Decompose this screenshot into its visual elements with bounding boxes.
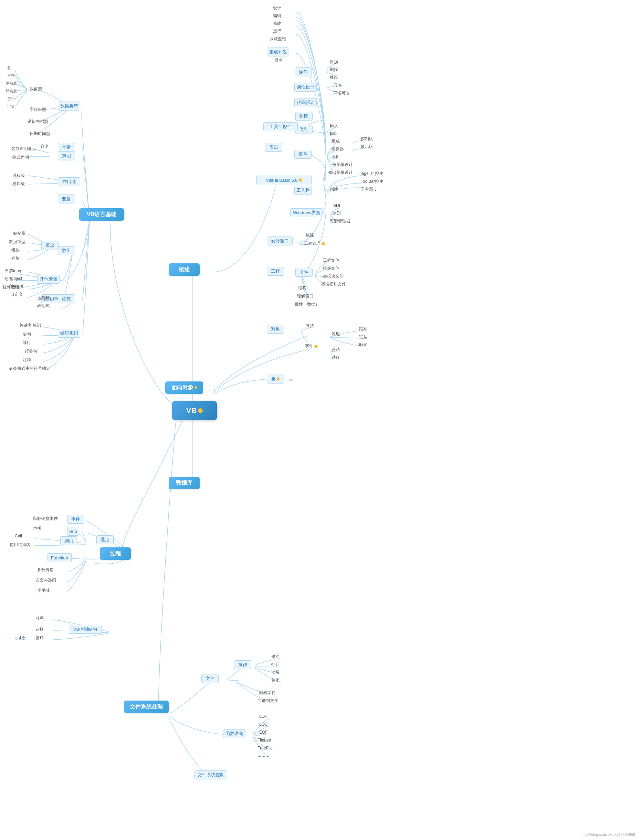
yunxing-node: 运行 [270, 28, 284, 35]
wenjian-xitong-node: 文件系统处理 [124, 701, 169, 713]
shuchu-node: 输出 [327, 130, 341, 137]
zijie-node: 字节 [5, 103, 17, 110]
wenjian-xitong-label: 文件系统处理 [130, 703, 163, 710]
jianli-node: 建立 [269, 653, 282, 660]
freefile-node: FreeFile [255, 745, 276, 751]
connector-lines [0, 0, 642, 840]
yunsuanfu-node: 运算符 [34, 294, 52, 302]
canshu-chuandi-node: 参数传递 [34, 566, 57, 574]
cun-fang-node: 存放 [9, 255, 23, 262]
chufa-node: 触发 [356, 341, 370, 349]
zifuchuan-lei-node: 字符串型 [27, 106, 49, 113]
gongcheng-wenjian-node: 工程文件 [320, 257, 342, 264]
zuoyong-yu2-node: 作用域 [34, 587, 52, 594]
gaishu-label: 概述 [179, 266, 190, 273]
bianma-guize-node: 编码规则 [58, 329, 80, 338]
erjinzhi-wenjian-node: 二进制文件 [255, 697, 281, 704]
diaoyong-node: 调用 [60, 536, 78, 545]
gongju-lan-node: 工具栏 [294, 186, 311, 195]
wenjian-xitong-kongzhi-node: 文件系统控制 [195, 770, 227, 779]
gongcheng-node: 工程 [267, 267, 284, 276]
chuangkou-node: 窗口 [265, 143, 282, 152]
tiaoshi-node: 调试查错 [267, 36, 289, 43]
zuoyong-yu-node: 作用域 [58, 177, 80, 186]
shiyong-guochengming-node: 使用过程名 [7, 541, 33, 548]
guocheng-label: 过程 [110, 550, 121, 557]
jianpan-node: 键盘 [356, 333, 370, 341]
shuxing-shuju-node: 属性（数据） [292, 301, 322, 308]
filelen-node: FileLen [255, 737, 274, 743]
shijian-g-node: 事件 [67, 515, 84, 524]
xialacaidian-node: 下拉菜单设计 [325, 161, 356, 169]
visual-basic-label: Visual Basic 6.0 [266, 178, 297, 183]
xianshiqu-node: 显示区 [358, 143, 376, 151]
huobi-node: 货币 [5, 96, 17, 102]
mdi-node: MDI [331, 210, 344, 216]
huitu-node: 绘图 [295, 112, 313, 121]
riqi-lei-node: 日期时间型 [27, 130, 53, 137]
variant-type-node: Variant [8, 283, 26, 289]
chang-zheng-node: 长整 [5, 72, 17, 79]
caozuo-node: 操作 [295, 68, 312, 76]
xunhuan-node: 循环 [33, 634, 47, 642]
sheji-node: 设计 [270, 5, 284, 12]
guanjianzi-node: 关键字 标识 [16, 322, 44, 329]
guocheng-ji-node: 过程级 [10, 172, 28, 179]
wenjian-g-node: 文件 [295, 268, 313, 277]
toolbar-kj-node: ToolBar控件 [358, 178, 386, 185]
bianji2-node: 编辑 [329, 153, 342, 161]
mindmap-container: VB VB语言基础 概述 面向对象 数据库 过程 文件系统处理 Visual B… [0, 0, 642, 840]
eof-node: EOF [256, 729, 271, 735]
ziding-yi-node: 自定义 [8, 291, 26, 298]
shijian-node: 事件 [302, 342, 321, 350]
jiegou-node: 结构 [295, 284, 309, 292]
gaishu-node: 概述 [169, 263, 199, 276]
shuju-leixing2-node: 数据类型 [6, 238, 28, 245]
tongyong-node: 通用 [96, 535, 113, 544]
shubiao-node: 鼠标 [356, 325, 370, 332]
gongju-kongzhi-node: 工具 控件 [263, 122, 298, 131]
root-node: VB [172, 401, 217, 420]
bianling-node: 变量 [58, 195, 75, 203]
xuanze-node: 选择 [33, 626, 47, 633]
more-dots-node: ～～～ [255, 753, 272, 760]
tanchucaidian-node: 弹出菜单设计 [325, 169, 356, 176]
mokuai-wenjian-node: 模块文件 [320, 265, 342, 272]
yuju-node: 语句 [20, 331, 34, 338]
shunxu-node: 顺序 [33, 615, 47, 622]
vb-kongzhi-jiegou-node: VB控制结构 [69, 625, 102, 634]
shengming-node: 声明 [58, 151, 75, 161]
duxie-node: 读写 [269, 669, 282, 676]
guocheng-obj-node: 过程 [329, 354, 342, 361]
lof-node: LOF [256, 713, 270, 720]
mingming-node: 命名 [38, 143, 52, 150]
root-label: VB [186, 406, 197, 415]
visual-basic-node: Visual Basic 6.0 [256, 175, 311, 185]
shujuku-node: 数据库 [169, 477, 199, 489]
kongzhiqu-node: 控制区 [358, 135, 376, 143]
mianxiang-icon [195, 386, 197, 389]
kedu-kegai-node: 可读可改 [331, 89, 352, 97]
lagelist-node: lagelist 控件 [358, 170, 386, 177]
caidian2-node: 菜单 [294, 150, 311, 159]
bianji-node: 编辑 [270, 12, 284, 19]
sdi-node: SDI [331, 203, 343, 209]
jicheng-kaifa-node: 集成开发 [267, 47, 289, 57]
sheji-chuangkou-node: 设计窗口 [267, 237, 293, 245]
call-key-node: Call [12, 533, 25, 539]
shuang-jingdu-node: 双精度 [3, 88, 19, 94]
guanbi-node: 关闭 [269, 677, 282, 684]
gainian-node: 概念 [41, 241, 58, 250]
xiugai2-node: 修改 [327, 74, 341, 81]
tianjia-node: 添加 [327, 58, 341, 66]
bianjiqi-node: 编辑器 [329, 146, 347, 153]
shujuku-label: 数据库 [176, 480, 193, 487]
qudong-node: 驱动 [329, 346, 342, 353]
wei-shu-node: 维数 [9, 246, 23, 254]
shuzhi-lei-node: 数值型 [27, 85, 45, 92]
root-icon [198, 408, 203, 413]
wenjian-fs-node: 文件 [201, 674, 219, 683]
shuxing-sheji-node: 属性设计 [294, 83, 317, 92]
caidian-node: 菜单 [272, 57, 286, 64]
biaoxian-node: 表现 [329, 331, 342, 338]
